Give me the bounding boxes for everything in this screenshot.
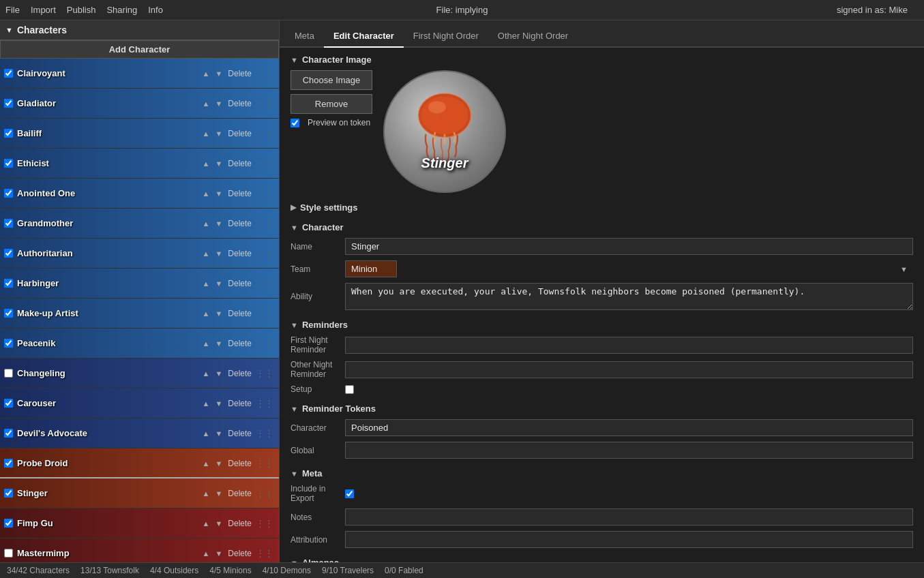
character-list-item[interactable]: Ethicist▲▼Delete⋮⋮ (0, 149, 279, 179)
team-select[interactable]: Townsfolk Outsider Minion Demon Traveler… (345, 260, 397, 277)
remove-image-button[interactable]: Remove (290, 94, 372, 114)
reminder-character-input[interactable] (345, 419, 913, 436)
character-list-item[interactable]: Devil's Advocate▲▼Delete⋮⋮ (0, 419, 279, 448)
reminder-tokens-header[interactable]: Reminder Tokens (290, 404, 913, 414)
move-up-button[interactable]: ▲ (201, 278, 211, 289)
drag-handle-icon[interactable]: ⋮⋮ (256, 188, 273, 198)
tab-first-night-order[interactable]: First Night Order (404, 25, 488, 48)
move-down-button[interactable]: ▼ (213, 218, 224, 229)
character-checkbox[interactable] (4, 129, 13, 138)
attribution-input[interactable] (345, 531, 913, 548)
delete-button[interactable]: Delete (226, 187, 253, 200)
character-list-item[interactable]: Grandmother▲▼Delete⋮⋮ (0, 209, 279, 239)
delete-button[interactable]: Delete (226, 397, 253, 410)
character-list-item[interactable]: Harbinger▲▼Delete⋮⋮ (0, 269, 279, 299)
drag-handle-icon[interactable]: ⋮⋮ (256, 218, 273, 228)
character-checkbox[interactable] (4, 339, 13, 348)
tab-other-night-order[interactable]: Other Night Order (488, 25, 578, 48)
character-image-header[interactable]: Character Image (290, 55, 913, 65)
move-down-button[interactable]: ▼ (213, 398, 224, 409)
drag-handle-icon[interactable]: ⋮⋮ (256, 248, 273, 258)
move-up-button[interactable]: ▲ (201, 518, 211, 529)
drag-handle-icon[interactable]: ⋮⋮ (256, 338, 273, 348)
move-down-button[interactable]: ▼ (213, 248, 224, 259)
move-down-button[interactable]: ▼ (213, 428, 224, 439)
character-list-item[interactable]: Make-up Artist▲▼Delete⋮⋮ (0, 299, 279, 329)
delete-button[interactable]: Delete (226, 127, 253, 140)
menu-import[interactable]: Import (31, 5, 56, 15)
drag-handle-icon[interactable]: ⋮⋮ (256, 158, 273, 168)
character-section-header[interactable]: Character (290, 222, 913, 232)
move-up-button[interactable]: ▲ (201, 458, 211, 469)
move-up-button[interactable]: ▲ (201, 98, 211, 109)
character-checkbox[interactable] (4, 249, 13, 258)
move-up-button[interactable]: ▲ (201, 428, 211, 439)
character-checkbox[interactable] (4, 279, 13, 288)
style-settings-header[interactable]: Style settings (290, 202, 913, 213)
drag-handle-icon[interactable]: ⋮⋮ (256, 518, 273, 528)
tab-edit-character[interactable]: Edit Character (324, 25, 404, 48)
character-list-item[interactable]: Gladiator▲▼Delete⋮⋮ (0, 89, 279, 119)
character-list-item[interactable]: Carouser▲▼Delete⋮⋮ (0, 389, 279, 419)
delete-button[interactable]: Delete (226, 487, 253, 500)
reminders-header[interactable]: Reminders (290, 320, 913, 330)
move-up-button[interactable]: ▲ (201, 188, 211, 199)
meta-section-header[interactable]: Meta (290, 468, 913, 478)
delete-button[interactable]: Delete (226, 277, 253, 290)
drag-handle-icon[interactable]: ⋮⋮ (256, 278, 273, 288)
move-up-button[interactable]: ▲ (201, 308, 211, 319)
move-down-button[interactable]: ▼ (213, 68, 224, 79)
character-checkbox[interactable] (4, 429, 13, 438)
move-down-button[interactable]: ▼ (213, 548, 224, 559)
move-down-button[interactable]: ▼ (213, 128, 224, 139)
delete-button[interactable]: Delete (226, 547, 253, 560)
almanac-header[interactable]: Almanac (290, 558, 913, 562)
reminder-global-input[interactable] (345, 442, 913, 459)
delete-button[interactable]: Delete (226, 457, 253, 470)
move-up-button[interactable]: ▲ (201, 128, 211, 139)
character-list-item[interactable]: Peacenik▲▼Delete⋮⋮ (0, 329, 279, 359)
character-list-item[interactable]: Probe Droid▲▼Delete⋮⋮ (0, 448, 279, 478)
delete-button[interactable]: Delete (226, 307, 253, 320)
setup-checkbox[interactable] (345, 385, 354, 394)
character-checkbox[interactable] (4, 399, 13, 408)
drag-handle-icon[interactable]: ⋮⋮ (256, 128, 273, 138)
move-up-button[interactable]: ▲ (201, 248, 211, 259)
menu-file[interactable]: File (5, 5, 20, 15)
add-character-button[interactable]: Add Character (0, 40, 279, 59)
drag-handle-icon[interactable]: ⋮⋮ (256, 488, 273, 498)
choose-image-button[interactable]: Choose Image (290, 70, 372, 90)
character-checkbox[interactable] (4, 369, 13, 378)
character-checkbox[interactable] (4, 189, 13, 198)
move-down-button[interactable]: ▼ (213, 278, 224, 289)
move-up-button[interactable]: ▲ (201, 398, 211, 409)
menu-publish[interactable]: Publish (67, 5, 96, 15)
drag-handle-icon[interactable]: ⋮⋮ (256, 308, 273, 318)
move-down-button[interactable]: ▼ (213, 308, 224, 319)
first-night-reminder-input[interactable] (345, 337, 913, 354)
delete-button[interactable]: Delete (226, 427, 253, 440)
move-up-button[interactable]: ▲ (201, 368, 211, 379)
other-night-reminder-input[interactable] (345, 361, 913, 378)
move-down-button[interactable]: ▼ (213, 518, 224, 529)
character-list-item[interactable]: Clairvoyant▲▼Delete⋮⋮ (0, 59, 279, 89)
drag-handle-icon[interactable]: ⋮⋮ (256, 398, 273, 408)
character-list-item[interactable]: Stinger▲▼Delete⋮⋮ (0, 478, 279, 508)
ability-input[interactable]: When you are executed, your alive, Towns… (345, 283, 913, 310)
drag-handle-icon[interactable]: ⋮⋮ (256, 428, 273, 438)
delete-button[interactable]: Delete (226, 157, 253, 170)
drag-handle-icon[interactable]: ⋮⋮ (256, 458, 273, 468)
character-list-item[interactable]: Changeling▲▼Delete⋮⋮ (0, 359, 279, 389)
delete-button[interactable]: Delete (226, 517, 253, 530)
character-list-item[interactable]: Anointed One▲▼Delete⋮⋮ (0, 179, 279, 209)
character-checkbox[interactable] (4, 159, 13, 168)
menu-sharing[interactable]: Sharing (106, 5, 137, 15)
notes-input[interactable] (345, 508, 913, 526)
move-up-button[interactable]: ▲ (201, 488, 211, 499)
drag-handle-icon[interactable]: ⋮⋮ (256, 368, 273, 378)
move-down-button[interactable]: ▼ (213, 188, 224, 199)
name-input[interactable] (345, 238, 913, 255)
move-up-button[interactable]: ▲ (201, 158, 211, 169)
character-checkbox[interactable] (4, 309, 13, 318)
delete-button[interactable]: Delete (226, 367, 253, 380)
